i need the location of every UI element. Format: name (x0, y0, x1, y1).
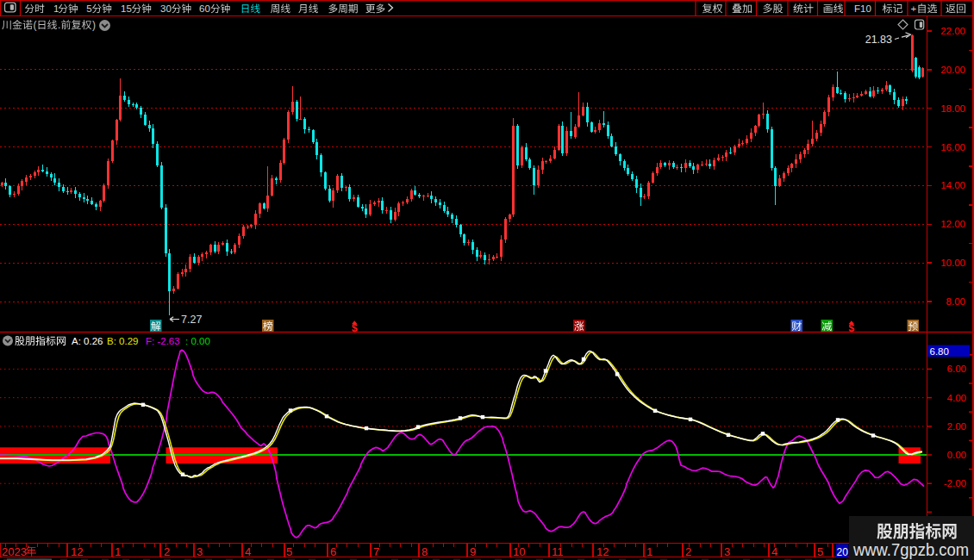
svg-text:22.00: 22.00 (940, 26, 965, 36)
svg-text:1: 1 (53, 3, 59, 14)
svg-text:B: 0.29: B: 0.29 (107, 336, 138, 346)
svg-text:20.00: 20.00 (940, 65, 965, 75)
svg-text:A: 0.26: A: 0.26 (72, 336, 103, 346)
svg-text:12: 12 (71, 545, 83, 558)
svg-text:4.00: 4.00 (947, 393, 966, 403)
svg-text:2023: 2023 (2, 545, 27, 558)
svg-text:2: 2 (685, 545, 691, 558)
svg-text:: 0.00: : 0.00 (185, 336, 210, 346)
svg-text:www.7gpzb.com: www.7gpzb.com (852, 539, 969, 559)
svg-text:5: 5 (86, 3, 91, 14)
svg-text:F: -2.63: F: -2.63 (146, 336, 180, 346)
svg-text:15: 15 (121, 3, 132, 14)
svg-text:5: 5 (817, 545, 823, 558)
svg-text:+: + (911, 3, 917, 14)
svg-text:6.00: 6.00 (947, 364, 966, 374)
svg-text:8.00: 8.00 (946, 296, 965, 307)
svg-text:-2.00: -2.00 (944, 478, 966, 488)
svg-text:4: 4 (771, 545, 777, 558)
svg-text:F10: F10 (854, 3, 871, 14)
svg-text:60: 60 (199, 3, 210, 14)
svg-text:12: 12 (596, 545, 609, 558)
svg-text:30: 30 (160, 3, 172, 14)
svg-text:20: 20 (837, 546, 849, 558)
svg-text:2.00: 2.00 (947, 421, 966, 432)
svg-text:): ) (92, 19, 96, 31)
svg-text:14.00: 14.00 (940, 180, 965, 190)
svg-text:12.00: 12.00 (940, 219, 965, 229)
svg-text:5: 5 (286, 545, 292, 558)
svg-text:(: ( (34, 19, 37, 31)
svg-text:3: 3 (724, 545, 730, 558)
svg-text:3: 3 (197, 545, 203, 558)
svg-text:16.00: 16.00 (940, 142, 965, 152)
svg-text:21.83: 21.83 (865, 34, 892, 46)
svg-text:1: 1 (646, 545, 652, 558)
svg-text:10: 10 (513, 545, 525, 558)
svg-text:11: 11 (552, 545, 564, 558)
svg-text:7.27: 7.27 (181, 314, 202, 326)
svg-text:9: 9 (470, 545, 476, 558)
svg-text:4: 4 (245, 545, 251, 558)
svg-text:0.00: 0.00 (947, 450, 966, 460)
svg-text:7: 7 (373, 545, 379, 558)
svg-text:1: 1 (115, 545, 121, 558)
svg-text:6: 6 (330, 545, 336, 558)
svg-text:10.00: 10.00 (940, 258, 965, 268)
svg-text:.: . (58, 19, 60, 31)
svg-text:2: 2 (164, 545, 170, 558)
svg-text:18.00: 18.00 (940, 103, 965, 114)
svg-text:8: 8 (421, 545, 428, 558)
svg-text:6.80: 6.80 (930, 346, 949, 357)
